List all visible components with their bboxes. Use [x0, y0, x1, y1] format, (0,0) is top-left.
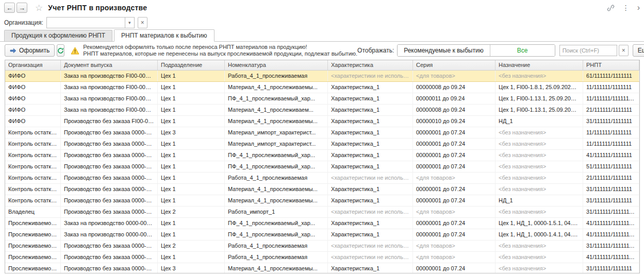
- table-row[interactable]: Прослеживаемость...Производство без зака…: [5, 263, 639, 273]
- table-cell: 51/111111/1111111: [583, 161, 639, 172]
- table-row[interactable]: Прослеживаемость...Производство без зака…: [5, 252, 639, 263]
- table-cell: Прослеживаемость...: [5, 263, 61, 273]
- submit-button-label: Оформить: [19, 47, 49, 54]
- table-cell: ФИФО: [5, 71, 61, 81]
- table-cell: Контроль остатков: [5, 139, 61, 149]
- table-row[interactable]: Контроль остатковПроизводство без заказа…: [5, 150, 639, 161]
- toolbar: Оформить Рекомендуется оформлять только …: [0, 42, 644, 59]
- table-cell: Характеристика_1: [328, 139, 413, 149]
- table-cell: <без назначения>: [496, 263, 583, 273]
- table-cell: Характеристика_1: [328, 263, 413, 273]
- toggle-label: Все: [517, 47, 528, 54]
- table-row[interactable]: Прослеживаемость...Производство без зака…: [5, 240, 639, 252]
- tab-products-to-register[interactable]: Продукция к оформлению РНПТ: [4, 30, 112, 41]
- table-cell: 00000010 до 09.24: [413, 116, 496, 127]
- back-button[interactable]: ←: [4, 3, 15, 13]
- table-row[interactable]: Контроль остатковПроизводство без заказа…: [5, 127, 639, 139]
- organization-dropdown-button[interactable]: ▾: [125, 17, 135, 28]
- submit-button[interactable]: Оформить: [5, 44, 55, 57]
- organization-input[interactable]: [46, 17, 125, 28]
- table-row[interactable]: ВладелецПроизводство без заказа 0000-000…: [5, 207, 639, 218]
- table-cell: Производство без заказа 0000-000005 от 2…: [61, 184, 158, 195]
- column-header[interactable]: Номенклатура: [225, 60, 328, 70]
- warning-line-2: РНПТ материалов, которые не перенесены н…: [83, 50, 357, 57]
- table-cell: 00000008 до 09.24: [413, 105, 496, 115]
- table-cell: 31/111111/1111111: [583, 184, 639, 195]
- table-row[interactable]: Контроль остатковПроизводство без заказа…: [5, 195, 639, 207]
- table-cell: Производство без заказа 0000-000012 от 0…: [61, 263, 158, 273]
- table-cell: Цех 1, FI00-1.13.1, 25.09.2024 (...: [496, 93, 583, 104]
- column-header[interactable]: Подразделение: [158, 60, 225, 70]
- table-cell: Цех 1, НД_1, 0000-1.4.1, 04.12...: [496, 229, 583, 240]
- table-row[interactable]: ФИФОЗаказ на производство FI00-000001 от…: [5, 105, 639, 116]
- table-cell: Владелец: [5, 207, 61, 217]
- column-header[interactable]: Характеристика: [328, 60, 413, 70]
- table-row[interactable]: Прослеживаемость...Заказ на производство…: [5, 218, 639, 229]
- column-header[interactable]: Назначение: [496, 60, 583, 70]
- column-header[interactable]: Документ выпуска: [61, 60, 158, 70]
- table-row[interactable]: Прослеживаемость...Заказ на производство…: [5, 229, 639, 240]
- table-row[interactable]: ФИФОЗаказ на производство FI00-000001 от…: [5, 82, 639, 93]
- favorite-star-icon[interactable]: ☆: [35, 3, 43, 13]
- toggle-all-button[interactable]: Все: [490, 45, 555, 56]
- tab-rnpt-materials[interactable]: РНПТ материалов к выбытию: [114, 29, 214, 42]
- toggle-recommended-button[interactable]: Рекомендуемые к выбытию: [398, 45, 489, 56]
- column-header[interactable]: Серия: [413, 60, 496, 70]
- table-cell: Производство без заказа 0000-000003 от 0…: [61, 173, 158, 183]
- more-button[interactable]: Еще ▾: [633, 44, 644, 57]
- table-row[interactable]: Контроль остатковПроизводство без заказа…: [5, 139, 639, 150]
- column-header[interactable]: Организация: [5, 60, 61, 70]
- organization-clear-button[interactable]: ×: [138, 17, 147, 28]
- table-cell: Материал_4_1_прослеживаемы...: [225, 195, 328, 206]
- table-cell: <для товаров>: [413, 240, 496, 251]
- table-cell: <без назначения>: [496, 207, 583, 217]
- table-row[interactable]: Контроль остатковПроизводство без заказа…: [5, 173, 639, 184]
- table-cell: Цех 1: [158, 150, 225, 161]
- table-cell: ПФ_4_1_прослеживаемый_хар...: [225, 218, 328, 229]
- chevron-down-icon: ▾: [128, 20, 131, 25]
- table-cell: Прослеживаемость...: [5, 218, 61, 229]
- table-cell: 00000001 до 07.24: [413, 150, 496, 161]
- table-row[interactable]: Контроль остатковПроизводство без заказа…: [5, 184, 639, 195]
- search-clear-button[interactable]: ×: [619, 45, 629, 56]
- warning-message: Рекомендуется оформлять только после пер…: [71, 44, 357, 57]
- table-cell: Материал_4_1_прослеживаемы...: [225, 82, 328, 93]
- table-row[interactable]: ФИФОЗаказ на производство FI00-000001 от…: [5, 71, 639, 82]
- forward-button[interactable]: →: [16, 3, 27, 13]
- table-cell: 00000001 до 07.24: [413, 263, 496, 273]
- more-button-label: Еще: [638, 47, 644, 54]
- table-cell: Характеристика_1: [328, 195, 413, 206]
- table-cell: 31/111111/1111111: [583, 263, 639, 273]
- table-cell: Прослеживаемость...: [5, 229, 61, 240]
- refresh-button[interactable]: [57, 44, 64, 57]
- display-label: Отображать:: [357, 47, 394, 54]
- table-cell: 21/111111/1111111: [583, 173, 639, 183]
- table-cell: Цех 1, FI00-1.13.1, 25.09.2024 (...: [496, 105, 583, 115]
- table-cell: Характеристика_1: [328, 116, 413, 127]
- search-input[interactable]: [559, 45, 617, 56]
- table-cell: Заказ на производство FI00-000001 от 25.…: [61, 105, 158, 115]
- table-cell: Характеристика_1: [328, 93, 413, 104]
- table-cell: Заказ на производство FI00-000001 от 25.…: [61, 93, 158, 104]
- table-cell: 11/111111/1111111: [583, 139, 639, 149]
- column-header[interactable]: РНПТ: [583, 60, 639, 70]
- table-cell: 00000001 до 07.24: [413, 139, 496, 149]
- kebab-menu-icon[interactable]: ⋮: [622, 4, 630, 12]
- table-cell: Контроль остатков: [5, 150, 61, 161]
- link-icon[interactable]: [607, 4, 615, 12]
- table-cell: Заказ на производство FI00-000001 от 25.…: [61, 71, 158, 81]
- table-header: ОрганизацияДокумент выпускаПодразделение…: [5, 60, 639, 71]
- table-cell: Заказ на производство 0000-000001 от 04.…: [61, 218, 158, 229]
- table-cell: 00000001 до 07.24: [413, 161, 496, 172]
- collapse-arrow-icon[interactable]: ›: [637, 3, 640, 12]
- table-row[interactable]: ФИФОЗаказ на производство FI00-000001 от…: [5, 93, 639, 105]
- table-cell: 11/111111/1111111: [583, 127, 639, 138]
- table-cell: Материал_4_1_прослеживаемы...: [225, 263, 328, 273]
- table-cell: Характеристика_1: [328, 82, 413, 93]
- table-cell: 00000008 до 09.24: [413, 82, 496, 93]
- table-row[interactable]: Контроль остатковПроизводство без заказа…: [5, 161, 639, 173]
- table-cell: НД_1: [496, 195, 583, 206]
- table-cell: Контроль остатков: [5, 161, 61, 172]
- table-cell: <характеристики не использую...: [328, 71, 413, 81]
- table-row[interactable]: ФИФОПроизводство без заказа FI00-000001 …: [5, 116, 639, 127]
